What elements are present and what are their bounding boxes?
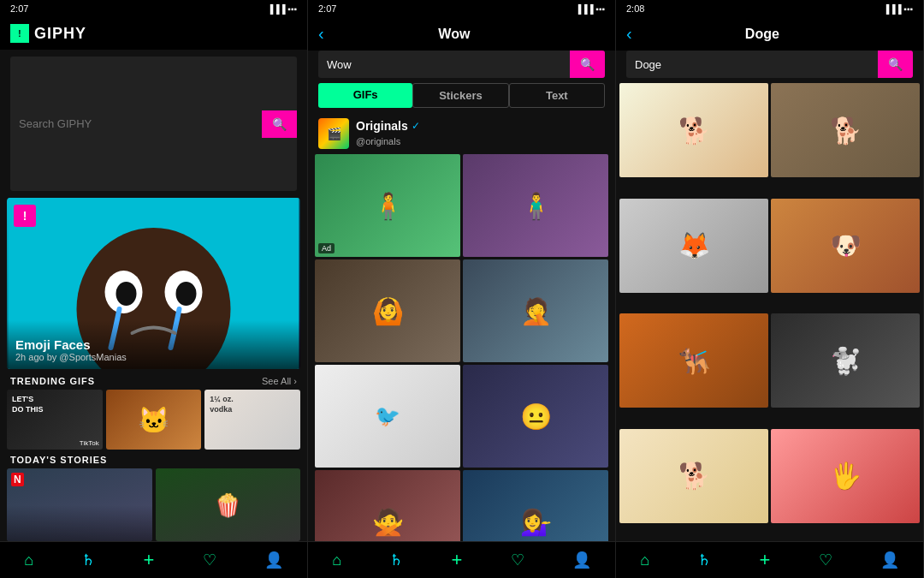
panel-wow-search: 2:07 ▐▐▐ ▪▪▪ ‹ Wow 🔍 GIFs Stickers Text … xyxy=(308,0,616,578)
dog-grid: 🐕 🐕 🦊 🐶 🐕‍🦺 🐩 🐕 🖐️ xyxy=(616,83,923,541)
dog-2-content: 🐕 xyxy=(771,83,920,177)
doge-search-button[interactable]: 🔍 xyxy=(878,51,913,78)
gif-cell-1[interactable]: 🧍 Ad xyxy=(315,154,460,257)
verified-badge: ✓ xyxy=(412,120,420,132)
nav-explore-icon[interactable]: ♄ xyxy=(81,551,95,569)
search-input[interactable] xyxy=(10,110,262,137)
logo-icon: ! xyxy=(10,24,29,43)
wow-search-input[interactable] xyxy=(318,51,570,78)
gif-2-content: 🧍‍♂️ xyxy=(463,154,608,257)
dog-cell-3[interactable]: 🦊 xyxy=(619,199,768,293)
status-icons-2: ▐▐▐ ▪▪▪ xyxy=(575,4,605,14)
bottom-nav-3: ⌂ ♄ + ♡ 👤 xyxy=(616,541,923,578)
gif-6-content: 😐 xyxy=(463,365,608,468)
dog-4-content: 🐶 xyxy=(771,199,920,293)
gif-cell-7[interactable]: 🙅 xyxy=(315,470,460,541)
channel-info: 🎬 Originals ✓ @originals xyxy=(308,113,615,154)
wow-title: Wow xyxy=(331,27,578,42)
see-all-button[interactable]: See All › xyxy=(262,376,297,386)
gif-4-content: 🤦 xyxy=(463,259,608,362)
wow-header: ‹ Wow xyxy=(308,17,615,51)
gif-8-content: 💁‍♀️ xyxy=(463,470,608,541)
status-time-2: 2:07 xyxy=(318,3,336,14)
nav-heart-icon[interactable]: ♡ xyxy=(203,551,216,569)
dog-cell-5[interactable]: 🐕‍🦺 xyxy=(619,313,768,408)
wow-search-bar[interactable]: 🔍 xyxy=(318,51,605,78)
status-bar-3: 2:08 ▐▐▐ ▪▪▪ xyxy=(616,0,923,17)
bottom-nav: ⌂ ♄ + ♡ 👤 xyxy=(0,541,307,578)
dog-cell-4[interactable]: 🐶 xyxy=(771,199,920,293)
status-bar: 2:07 ▐▐▐ ▪▪▪ xyxy=(0,0,307,17)
gif-7-content: 🙅 xyxy=(315,470,460,541)
ad-badge: Ad xyxy=(318,243,335,253)
nav-home-icon-3[interactable]: ⌂ xyxy=(640,551,649,569)
doge-header: ‹ Doge xyxy=(616,17,923,51)
nav-profile-icon[interactable]: 👤 xyxy=(264,551,283,569)
trending-thumb-3[interactable]: 1¼ oz.vodka xyxy=(204,390,300,450)
dog-cell-6[interactable]: 🐩 xyxy=(771,313,920,408)
dog-cell-2[interactable]: 🐕 xyxy=(771,83,920,177)
doge-search-input[interactable] xyxy=(626,51,878,78)
main-gif[interactable]: ! Emoji Faces 2h ago by @SportsManias xyxy=(7,198,300,369)
nav-add-icon-3[interactable]: + xyxy=(760,549,771,571)
tabs-bar: GIFs Stickers Text xyxy=(318,83,605,108)
channel-handle: @originals xyxy=(356,136,400,146)
gif-cell-6[interactable]: 😐 xyxy=(463,365,608,468)
nav-profile-icon-3[interactable]: 👤 xyxy=(880,551,899,569)
search-bar[interactable]: 🔍 xyxy=(10,57,297,191)
dog-cell-7[interactable]: 🐕 xyxy=(619,429,768,523)
status-icons: ▐▐▐ ▪▪▪ xyxy=(267,4,297,14)
trending-thumb-2-content: 🐱 xyxy=(106,390,202,450)
tab-stickers[interactable]: Stickers xyxy=(412,83,508,108)
trending-thumb-1[interactable]: LET'SDO THIS TikTok xyxy=(7,390,103,450)
gif-cell-2[interactable]: 🧍‍♂️ xyxy=(463,154,608,257)
gif-label: Emoji Faces 2h ago by @SportsManias xyxy=(7,320,300,369)
channel-name: Originals xyxy=(356,119,408,133)
gif-cell-5[interactable]: 🐦 xyxy=(315,365,460,468)
status-time-3: 2:08 xyxy=(626,3,644,14)
gif-cell-4[interactable]: 🤦 xyxy=(463,259,608,362)
stories-header: TODAY'S STORIES xyxy=(0,450,307,468)
dog-3-content: 🦊 xyxy=(619,199,768,293)
gif-cell-8[interactable]: 💁‍♀️ xyxy=(463,470,608,541)
trending-row: LET'SDO THIS TikTok 🐱 1¼ oz.vodka xyxy=(0,390,307,450)
nav-home-icon-2[interactable]: ⌂ xyxy=(332,551,341,569)
tab-gifs[interactable]: GIFs xyxy=(318,83,412,108)
back-button[interactable]: ‹ xyxy=(318,24,324,44)
gif-3-content: 🙆 xyxy=(315,259,460,362)
gif-cell-3[interactable]: 🙆 xyxy=(315,259,460,362)
story-thumb-1[interactable]: N xyxy=(7,468,152,541)
nav-profile-icon-2[interactable]: 👤 xyxy=(572,551,591,569)
wow-search-button[interactable]: 🔍 xyxy=(570,51,605,78)
nav-home-icon[interactable]: ⌂ xyxy=(24,551,33,569)
channel-details: Originals ✓ @originals xyxy=(356,119,420,148)
dog-8-content: 🖐️ xyxy=(771,429,920,523)
nav-heart-icon-3[interactable]: ♡ xyxy=(819,551,832,569)
nav-explore-icon-2[interactable]: ♄ xyxy=(389,551,403,569)
nav-explore-icon-3[interactable]: ♄ xyxy=(697,551,711,569)
dog-cell-8[interactable]: 🖐️ xyxy=(771,429,920,523)
story-thumb-2[interactable]: 🍿 xyxy=(156,468,301,541)
netflix-badge: N xyxy=(11,473,24,486)
svg-point-5 xyxy=(116,282,137,306)
svg-point-6 xyxy=(176,282,197,306)
nav-add-icon[interactable]: + xyxy=(144,549,155,571)
doge-search-bar[interactable]: 🔍 xyxy=(626,51,913,78)
status-icons-3: ▐▐▐ ▪▪▪ xyxy=(883,4,913,14)
panel-doge-search: 2:08 ▐▐▐ ▪▪▪ ‹ Doge 🔍 🐕 🐕 🦊 🐶 🐕‍🦺 🐩 xyxy=(616,0,924,578)
nav-add-icon-2[interactable]: + xyxy=(452,549,463,571)
nav-heart-icon-2[interactable]: ♡ xyxy=(511,551,524,569)
tab-text[interactable]: Text xyxy=(509,83,605,108)
trending-title: TRENDING GIFS xyxy=(10,376,95,386)
gif-1-content: 🧍 xyxy=(315,154,460,257)
dog-cell-1[interactable]: 🐕 xyxy=(619,83,768,177)
status-time: 2:07 xyxy=(10,3,28,14)
trending-thumb-2[interactable]: 🐱 xyxy=(106,390,202,450)
search-button[interactable]: 🔍 xyxy=(262,110,297,138)
doge-back-button[interactable]: ‹ xyxy=(626,24,632,44)
tiktok-label: TikTok xyxy=(80,439,99,447)
stories-row: N 🍿 xyxy=(0,468,307,541)
popcorn-emoji: 🍿 xyxy=(214,492,241,518)
dog-5-content: 🐕‍🦺 xyxy=(619,313,768,408)
channel-avatar: 🎬 xyxy=(318,118,349,149)
